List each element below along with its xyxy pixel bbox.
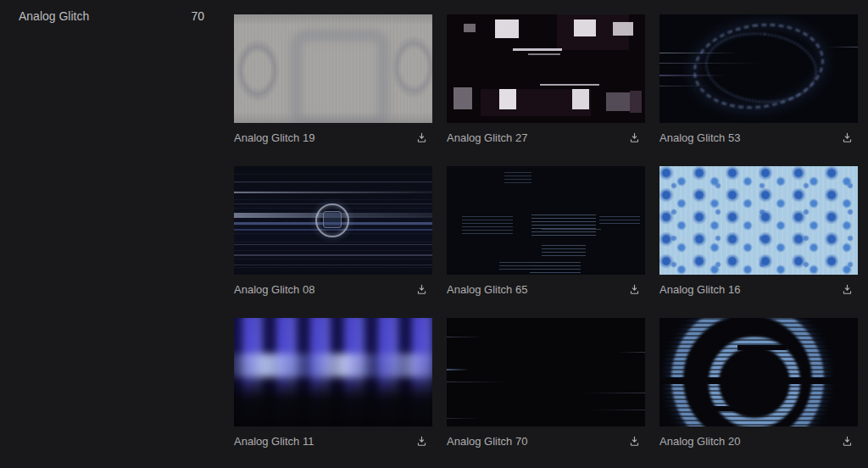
- gallery-card: Analog Glitch 16: [659, 166, 858, 304]
- thumbnail-grid: Analog Glitch 19 Analog Glitch 27 Analog…: [234, 14, 858, 455]
- thumbnail-title: Analog Glitch 08: [234, 283, 314, 296]
- download-button[interactable]: [626, 281, 643, 298]
- download-icon: [841, 283, 854, 296]
- caption-row: Analog Glitch 53: [659, 123, 858, 152]
- caption-row: Analog Glitch 19: [234, 123, 432, 152]
- thumbnail-art: [447, 318, 645, 426]
- gallery-card: Analog Glitch 19: [234, 14, 432, 152]
- download-icon: [628, 283, 641, 296]
- thumbnail-title: Analog Glitch 65: [447, 283, 527, 296]
- thumbnail-image[interactable]: [234, 318, 432, 426]
- gallery-card: Analog Glitch 20: [659, 318, 858, 455]
- caption-row: Analog Glitch 16: [659, 275, 858, 304]
- thumbnail-title: Analog Glitch 19: [234, 131, 314, 144]
- download-button[interactable]: [838, 281, 856, 298]
- thumbnail-title: Analog Glitch 20: [659, 435, 740, 448]
- gallery-card: Analog Glitch 08: [234, 166, 432, 304]
- thumbnail-art: [659, 166, 858, 275]
- download-button[interactable]: [626, 130, 643, 146]
- caption-row: Analog Glitch 27: [447, 123, 645, 152]
- thumbnail-image[interactable]: [234, 14, 432, 123]
- gallery-card: Analog Glitch 53: [659, 14, 858, 152]
- thumbnail-image[interactable]: [659, 14, 858, 123]
- download-icon: [415, 435, 428, 448]
- gallery-card: Analog Glitch 11: [234, 318, 432, 455]
- thumbnail-art: [234, 318, 432, 426]
- caption-row: Analog Glitch 20: [659, 426, 858, 455]
- download-icon: [628, 435, 641, 448]
- thumbnail-image[interactable]: [234, 166, 432, 275]
- download-icon: [841, 131, 854, 144]
- gallery-card: Analog Glitch 70: [447, 318, 645, 455]
- download-icon: [415, 131, 428, 144]
- caption-row: Analog Glitch 08: [234, 275, 432, 304]
- caption-row: Analog Glitch 11: [234, 426, 432, 455]
- download-button[interactable]: [413, 281, 431, 298]
- thumbnail-image[interactable]: [447, 14, 645, 123]
- category-count: 70: [191, 9, 204, 24]
- thumbnail-title: Analog Glitch 11: [234, 435, 314, 448]
- download-button[interactable]: [838, 433, 856, 449]
- download-button[interactable]: [413, 433, 431, 449]
- thumbnail-image[interactable]: [659, 166, 858, 275]
- thumbnail-art: [659, 14, 858, 123]
- download-icon: [841, 435, 854, 448]
- caption-row: Analog Glitch 65: [447, 275, 645, 304]
- thumbnail-art: [447, 14, 645, 123]
- thumbnail-title: Analog Glitch 16: [659, 283, 740, 296]
- download-icon: [628, 131, 641, 144]
- thumbnail-image[interactable]: [447, 166, 645, 275]
- sidebar-category-row[interactable]: Analog Glitch 70: [19, 9, 204, 24]
- gallery-card: Analog Glitch 27: [447, 14, 645, 152]
- thumbnail-art-overlay: [659, 318, 858, 426]
- thumbnail-title: Analog Glitch 70: [447, 435, 527, 448]
- thumbnail-art: [447, 166, 645, 275]
- download-button[interactable]: [413, 130, 431, 146]
- download-icon: [415, 283, 428, 296]
- download-button[interactable]: [626, 433, 643, 449]
- caption-row: Analog Glitch 70: [447, 426, 645, 455]
- thumbnail-image[interactable]: [447, 318, 645, 426]
- thumbnail-title: Analog Glitch 53: [659, 131, 740, 144]
- thumbnail-title: Analog Glitch 27: [447, 131, 527, 144]
- thumbnail-art: [234, 166, 432, 275]
- thumbnail-image[interactable]: [659, 318, 858, 426]
- download-button[interactable]: [838, 130, 856, 146]
- gallery-card: Analog Glitch 65: [447, 166, 645, 304]
- thumbnail-art: [234, 14, 432, 123]
- category-label: Analog Glitch: [19, 9, 89, 24]
